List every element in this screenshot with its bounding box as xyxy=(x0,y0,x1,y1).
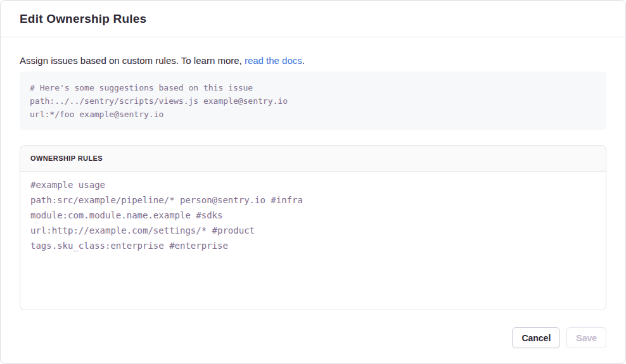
modal-footer: Cancel Save xyxy=(1,310,625,348)
modal-body: Assign issues based on custom rules. To … xyxy=(1,37,625,310)
suggestions-block: # Here's some suggestions based on this … xyxy=(20,72,606,130)
description: Assign issues based on custom rules. To … xyxy=(20,55,606,66)
edit-ownership-rules-modal: Edit Ownership Rules Assign issues based… xyxy=(0,0,626,364)
description-text: Assign issues based on custom rules. To … xyxy=(20,55,245,66)
modal-title: Edit Ownership Rules xyxy=(20,12,146,26)
suggestion-line: url:*/foo example@sentry.io xyxy=(30,108,596,121)
modal-header: Edit Ownership Rules xyxy=(1,1,625,37)
suggestion-line: path:../../sentry/scripts/views.js examp… xyxy=(30,94,596,108)
ownership-rules-textarea[interactable] xyxy=(20,172,606,310)
ownership-rules-panel-header: OWNERSHIP RULES xyxy=(20,146,606,172)
save-button[interactable]: Save xyxy=(566,327,606,348)
suggestion-line: # Here's some suggestions based on this … xyxy=(30,81,596,94)
read-the-docs-link[interactable]: read the docs xyxy=(245,55,302,66)
cancel-button[interactable]: Cancel xyxy=(512,327,560,348)
ownership-rules-panel-title: OWNERSHIP RULES xyxy=(30,154,103,162)
description-period: . xyxy=(302,55,305,66)
ownership-rules-panel: OWNERSHIP RULES xyxy=(20,145,606,310)
